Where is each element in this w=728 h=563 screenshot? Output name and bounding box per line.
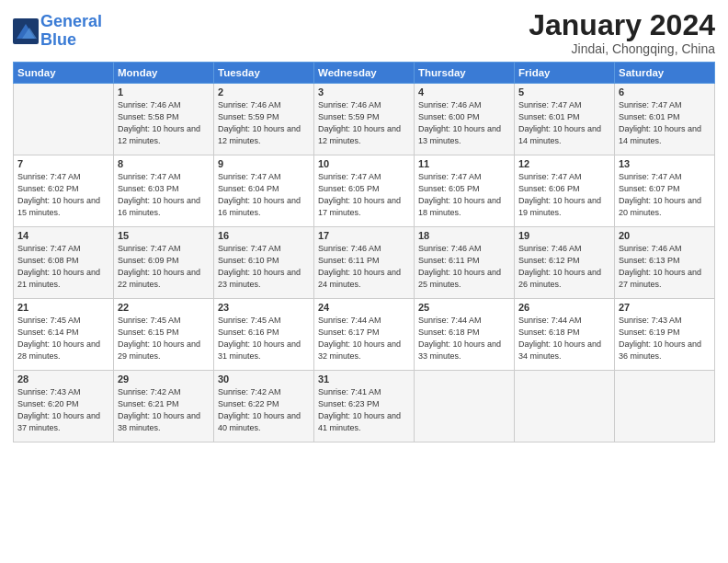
day-cell: 31Sunrise: 7:41 AMSunset: 6:23 PMDayligh… — [314, 371, 415, 442]
day-info: Sunrise: 7:45 AMSunset: 6:16 PMDaylight:… — [218, 316, 301, 361]
week-row-2: 7Sunrise: 7:47 AMSunset: 6:02 PMDaylight… — [14, 155, 715, 227]
location: Jindai, Chongqing, China — [529, 41, 715, 56]
calendar-body: 1Sunrise: 7:46 AMSunset: 5:58 PMDaylight… — [14, 84, 715, 442]
day-number: 15 — [118, 230, 210, 241]
day-cell: 26Sunrise: 7:44 AMSunset: 6:18 PMDayligh… — [515, 299, 615, 371]
day-number: 27 — [619, 302, 711, 313]
day-number: 9 — [218, 158, 310, 169]
week-row-1: 1Sunrise: 7:46 AMSunset: 5:58 PMDaylight… — [14, 84, 715, 155]
header-row: Sunday Monday Tuesday Wednesday Thursday… — [14, 63, 715, 84]
day-number: 28 — [17, 373, 109, 385]
day-number: 5 — [518, 86, 610, 98]
day-number: 1 — [118, 86, 210, 98]
logo-text: General Blue — [40, 13, 102, 50]
col-saturday: Saturday — [615, 63, 715, 84]
day-cell: 12Sunrise: 7:47 AMSunset: 6:06 PMDayligh… — [515, 155, 615, 227]
col-thursday: Thursday — [415, 63, 515, 84]
day-number: 18 — [418, 230, 510, 241]
day-number: 14 — [17, 230, 109, 241]
col-sunday: Sunday — [14, 63, 114, 84]
day-info: Sunrise: 7:46 AMSunset: 6:12 PMDaylight:… — [518, 244, 601, 289]
day-info: Sunrise: 7:46 AMSunset: 5:59 PMDaylight:… — [218, 100, 301, 145]
day-info: Sunrise: 7:42 AMSunset: 6:22 PMDaylight:… — [218, 387, 301, 432]
col-tuesday: Tuesday — [214, 63, 314, 84]
day-number: 8 — [118, 158, 210, 169]
day-cell: 9Sunrise: 7:47 AMSunset: 6:04 PMDaylight… — [214, 155, 314, 227]
day-info: Sunrise: 7:47 AMSunset: 6:05 PMDaylight:… — [318, 172, 401, 217]
day-cell: 27Sunrise: 7:43 AMSunset: 6:19 PMDayligh… — [615, 299, 715, 371]
day-number: 23 — [218, 302, 310, 313]
col-monday: Monday — [114, 63, 214, 84]
day-cell: 1Sunrise: 7:46 AMSunset: 5:58 PMDaylight… — [114, 84, 214, 155]
day-number: 31 — [318, 373, 410, 385]
day-cell: 30Sunrise: 7:42 AMSunset: 6:22 PMDayligh… — [214, 371, 314, 442]
day-number: 29 — [118, 373, 210, 385]
day-cell: 20Sunrise: 7:46 AMSunset: 6:13 PMDayligh… — [615, 227, 715, 299]
day-info: Sunrise: 7:45 AMSunset: 6:14 PMDaylight:… — [17, 316, 100, 361]
day-cell: 23Sunrise: 7:45 AMSunset: 6:16 PMDayligh… — [214, 299, 314, 371]
day-number: 10 — [318, 158, 410, 169]
col-friday: Friday — [515, 63, 615, 84]
day-cell: 4Sunrise: 7:46 AMSunset: 6:00 PMDaylight… — [415, 84, 515, 155]
day-info: Sunrise: 7:43 AMSunset: 6:20 PMDaylight:… — [17, 387, 100, 432]
calendar-table: Sunday Monday Tuesday Wednesday Thursday… — [13, 62, 715, 442]
day-number: 17 — [318, 230, 410, 241]
day-cell: 14Sunrise: 7:47 AMSunset: 6:08 PMDayligh… — [14, 227, 114, 299]
day-number: 11 — [418, 158, 510, 169]
day-info: Sunrise: 7:47 AMSunset: 6:01 PMDaylight:… — [518, 100, 601, 145]
day-number: 7 — [17, 158, 109, 169]
day-number: 6 — [619, 86, 711, 98]
day-cell: 16Sunrise: 7:47 AMSunset: 6:10 PMDayligh… — [214, 227, 314, 299]
day-info: Sunrise: 7:41 AMSunset: 6:23 PMDaylight:… — [318, 387, 401, 432]
day-cell: 3Sunrise: 7:46 AMSunset: 5:59 PMDaylight… — [314, 84, 415, 155]
day-cell: 10Sunrise: 7:47 AMSunset: 6:05 PMDayligh… — [314, 155, 415, 227]
logo-line2: Blue — [40, 30, 76, 49]
day-cell: 28Sunrise: 7:43 AMSunset: 6:20 PMDayligh… — [14, 371, 114, 442]
day-cell — [515, 371, 615, 442]
day-info: Sunrise: 7:47 AMSunset: 6:07 PMDaylight:… — [619, 172, 701, 217]
day-number: 16 — [218, 230, 310, 241]
day-number: 30 — [218, 373, 310, 385]
day-info: Sunrise: 7:47 AMSunset: 6:03 PMDaylight:… — [118, 172, 200, 217]
day-cell: 25Sunrise: 7:44 AMSunset: 6:18 PMDayligh… — [415, 299, 515, 371]
day-info: Sunrise: 7:46 AMSunset: 6:13 PMDaylight:… — [619, 244, 701, 289]
day-number: 25 — [418, 302, 510, 313]
day-cell: 11Sunrise: 7:47 AMSunset: 6:05 PMDayligh… — [415, 155, 515, 227]
day-number: 21 — [17, 302, 109, 313]
day-info: Sunrise: 7:42 AMSunset: 6:21 PMDaylight:… — [118, 387, 200, 432]
day-info: Sunrise: 7:47 AMSunset: 6:06 PMDaylight:… — [518, 172, 601, 217]
day-cell: 13Sunrise: 7:47 AMSunset: 6:07 PMDayligh… — [615, 155, 715, 227]
day-info: Sunrise: 7:47 AMSunset: 6:01 PMDaylight:… — [619, 100, 701, 145]
day-cell: 22Sunrise: 7:45 AMSunset: 6:15 PMDayligh… — [114, 299, 214, 371]
week-row-4: 21Sunrise: 7:45 AMSunset: 6:14 PMDayligh… — [14, 299, 715, 371]
day-cell — [14, 84, 114, 155]
day-cell — [415, 371, 515, 442]
day-number: 20 — [619, 230, 711, 241]
day-info: Sunrise: 7:46 AMSunset: 6:11 PMDaylight:… — [418, 244, 501, 289]
header: General Blue January 2024 Jindai, Chongq… — [13, 9, 715, 56]
day-number: 13 — [619, 158, 711, 169]
logo-line1: General — [40, 12, 102, 30]
day-cell: 8Sunrise: 7:47 AMSunset: 6:03 PMDaylight… — [114, 155, 214, 227]
day-info: Sunrise: 7:47 AMSunset: 6:05 PMDaylight:… — [418, 172, 501, 217]
day-cell: 18Sunrise: 7:46 AMSunset: 6:11 PMDayligh… — [415, 227, 515, 299]
day-number: 26 — [518, 302, 610, 313]
day-info: Sunrise: 7:46 AMSunset: 6:11 PMDaylight:… — [318, 244, 401, 289]
day-cell — [615, 371, 715, 442]
day-cell: 21Sunrise: 7:45 AMSunset: 6:14 PMDayligh… — [14, 299, 114, 371]
day-info: Sunrise: 7:45 AMSunset: 6:15 PMDaylight:… — [118, 316, 200, 361]
day-cell: 17Sunrise: 7:46 AMSunset: 6:11 PMDayligh… — [314, 227, 415, 299]
day-cell: 5Sunrise: 7:47 AMSunset: 6:01 PMDaylight… — [515, 84, 615, 155]
day-cell: 29Sunrise: 7:42 AMSunset: 6:21 PMDayligh… — [114, 371, 214, 442]
day-info: Sunrise: 7:47 AMSunset: 6:04 PMDaylight:… — [218, 172, 301, 217]
week-row-5: 28Sunrise: 7:43 AMSunset: 6:20 PMDayligh… — [14, 371, 715, 442]
logo: General Blue — [13, 13, 102, 50]
day-number: 4 — [418, 86, 510, 98]
day-info: Sunrise: 7:47 AMSunset: 6:09 PMDaylight:… — [118, 244, 200, 289]
day-info: Sunrise: 7:44 AMSunset: 6:18 PMDaylight:… — [518, 316, 601, 361]
day-info: Sunrise: 7:46 AMSunset: 5:59 PMDaylight:… — [318, 100, 401, 145]
main-container: General Blue January 2024 Jindai, Chongq… — [0, 0, 728, 452]
day-cell: 24Sunrise: 7:44 AMSunset: 6:17 PMDayligh… — [314, 299, 415, 371]
day-info: Sunrise: 7:47 AMSunset: 6:02 PMDaylight:… — [17, 172, 100, 217]
day-number: 24 — [318, 302, 410, 313]
